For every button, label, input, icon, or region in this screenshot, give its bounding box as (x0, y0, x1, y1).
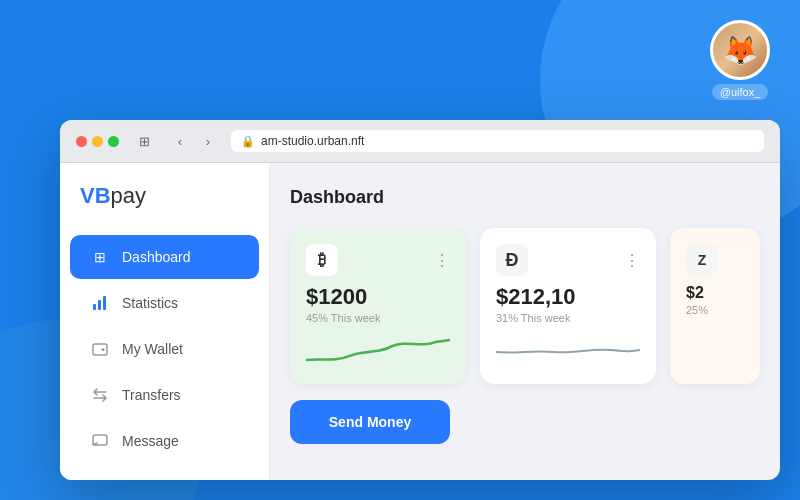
sidebar-item-statistics[interactable]: Statistics (70, 281, 259, 325)
card-dash-menu[interactable]: ⋮ (624, 251, 640, 270)
card-bitcoin-amount: $1200 (306, 284, 450, 310)
card-bitcoin: ₿ ⋮ $1200 45% This week (290, 228, 466, 384)
transfers-icon (90, 385, 110, 405)
dot-close[interactable] (76, 136, 87, 147)
dash-icon: Đ (496, 244, 528, 276)
svg-rect-0 (93, 304, 96, 310)
window-icon-btn[interactable]: ⊞ (131, 130, 157, 152)
sidebar-label-wallet: My Wallet (122, 341, 183, 357)
logo-pay: pay (111, 183, 146, 208)
main-panel: Dashboard ₿ ⋮ $1200 45% This week (270, 163, 780, 480)
forward-button[interactable]: › (197, 130, 219, 152)
sidebar-label-statistics: Statistics (122, 295, 178, 311)
bitcoin-icon: ₿ (306, 244, 338, 276)
user-badge[interactable]: 🦊 @uifox_ (710, 20, 770, 100)
card-partial-header: Z (686, 244, 744, 276)
card-bitcoin-chart (306, 332, 450, 368)
page-title: Dashboard (290, 187, 760, 208)
sidebar-label-dashboard: Dashboard (122, 249, 191, 265)
card-bitcoin-header: ₿ ⋮ (306, 244, 450, 276)
browser-content: VBpay ⊞ Dashboard Statistics (60, 163, 780, 480)
card-dash: Đ ⋮ $212,10 31% This week (480, 228, 656, 384)
logo-vb: VB (80, 183, 111, 208)
browser-dots (76, 136, 119, 147)
svg-rect-1 (98, 300, 101, 310)
sidebar-label-transfers: Transfers (122, 387, 181, 403)
svg-point-4 (102, 348, 105, 351)
cards-row: ₿ ⋮ $1200 45% This week Đ ⋮ (290, 228, 760, 384)
statistics-icon (90, 293, 110, 313)
sidebar-label-message: Message (122, 433, 179, 449)
sidebar-item-message[interactable]: Message (70, 419, 259, 463)
sidebar-item-my-wallet[interactable]: My Wallet (70, 327, 259, 371)
logo: VBpay (60, 183, 269, 233)
card-dash-chart (496, 332, 640, 368)
card-bitcoin-menu[interactable]: ⋮ (434, 251, 450, 270)
avatar-emoji: 🦊 (723, 34, 758, 67)
nav-items: ⊞ Dashboard Statistics (60, 235, 269, 463)
svg-rect-2 (103, 296, 106, 310)
partial-icon: Z (686, 244, 718, 276)
dashboard-icon: ⊞ (90, 247, 110, 267)
sidebar-item-dashboard[interactable]: ⊞ Dashboard (70, 235, 259, 279)
card-partial-change: 25% (686, 304, 744, 316)
card-bitcoin-change: 45% This week (306, 312, 450, 324)
send-money-button[interactable]: Send Money (290, 400, 450, 444)
url-text: am-studio.urban.nft (261, 134, 364, 148)
action-row: Send Money (290, 400, 760, 444)
avatar[interactable]: 🦊 (710, 20, 770, 80)
browser-chrome: ⊞ ‹ › 🔒 am-studio.urban.nft (60, 120, 780, 163)
card-dash-amount: $212,10 (496, 284, 640, 310)
card-partial-amount: $2 (686, 284, 744, 302)
sidebar-item-transfers[interactable]: Transfers (70, 373, 259, 417)
sidebar: VBpay ⊞ Dashboard Statistics (60, 163, 270, 480)
back-button[interactable]: ‹ (169, 130, 191, 152)
wallet-icon (90, 339, 110, 359)
lock-icon: 🔒 (241, 135, 255, 148)
user-handle: @uifox_ (712, 84, 769, 100)
browser-nav: ‹ › (169, 130, 219, 152)
dot-minimize[interactable] (92, 136, 103, 147)
message-icon (90, 431, 110, 451)
dot-maximize[interactable] (108, 136, 119, 147)
card-dash-header: Đ ⋮ (496, 244, 640, 276)
svg-rect-3 (93, 344, 107, 355)
card-partial: Z $2 25% (670, 228, 760, 384)
card-dash-change: 31% This week (496, 312, 640, 324)
address-bar[interactable]: 🔒 am-studio.urban.nft (231, 130, 764, 152)
browser-window: ⊞ ‹ › 🔒 am-studio.urban.nft VBpay ⊞ Dash… (60, 120, 780, 480)
